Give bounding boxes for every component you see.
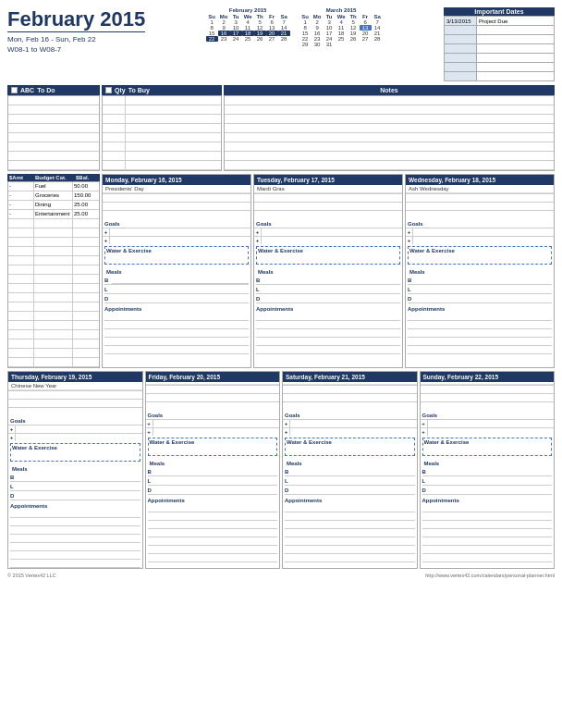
budget-row — [8, 293, 99, 302]
notes-row — [225, 96, 554, 105]
week-range: Mon, Feb 16 - Sun, Feb 22 — [7, 35, 145, 43]
budget-row — [8, 265, 99, 275]
budget-row — [8, 321, 99, 330]
list-item — [445, 35, 555, 44]
tuesday-header: Tuesday, February 17, 2015 — [254, 175, 402, 185]
budget-row — [8, 256, 99, 265]
imp-event: Project Due — [477, 17, 555, 26]
tobuy-row — [103, 96, 221, 105]
footer-url: http://www.vertex42.com/calendars/person… — [425, 573, 555, 578]
budget-row — [8, 275, 99, 284]
budget-row — [8, 238, 99, 247]
todo-label: ABC — [20, 87, 34, 93]
budget-row — [8, 247, 99, 256]
day-wednesday: Wednesday, February 18, 2015 Ash Wednesd… — [405, 174, 555, 368]
budget-col-bal-header: $Bal. — [74, 174, 100, 181]
wednesday-holiday: Ash Wednesday — [406, 185, 554, 193]
tobuy-row — [103, 133, 221, 142]
tobuy-row — [103, 161, 221, 170]
notes-lines — [224, 95, 555, 171]
tobuy-title: To Buy — [128, 87, 150, 93]
todo-row — [8, 161, 99, 170]
sunday-header: Sunday, February 22, 2015 — [421, 372, 555, 382]
important-dates-header: Important Dates — [444, 7, 555, 16]
monday-goals-label: Goals — [103, 220, 250, 228]
budget-row — [8, 339, 99, 349]
middle-section: ABC To Do Qty To Buy — [7, 85, 555, 171]
tobuy-header: Qty To Buy — [102, 85, 222, 95]
budget-row — [8, 219, 99, 228]
wednesday-header: Wednesday, February 18, 2015 — [406, 175, 554, 185]
todo-checkbox-icon — [11, 87, 18, 93]
notes-row — [225, 133, 554, 142]
thursday-header: Thursday, February 19, 2015 — [8, 372, 142, 382]
notes-row — [225, 105, 554, 115]
day-sunday: Sunday, February 22, 2015 Goals + + Wate… — [420, 371, 556, 569]
budget-col-cat-header: Budget Cat. — [33, 174, 74, 181]
tobuy-lines — [102, 95, 222, 171]
notes-row — [225, 124, 554, 133]
thursday-holiday: Chinese New Year — [8, 382, 142, 390]
saturday-header: Saturday, February 21, 2015 — [283, 372, 417, 382]
monday-line — [103, 193, 250, 202]
mar-mini-calendar: March 2015 SuMoTuWeThFrSa 1234567 891011… — [299, 7, 384, 47]
list-item — [445, 63, 555, 72]
todo-row — [8, 96, 99, 105]
budget-header: $Amt Budget Cat. $Bal. — [7, 174, 100, 181]
todo-header: ABC To Do — [7, 85, 100, 95]
notes-row — [225, 152, 554, 161]
monday-meals: Meals B L D — [103, 266, 250, 303]
day-friday: Friday, February 20, 2015 Goals + + Wate… — [145, 371, 281, 569]
budget-row: - Entertainment 25.00 — [8, 210, 99, 219]
list-item — [445, 26, 555, 35]
left-header: February 2015 Mon, Feb 16 - Sun, Feb 22 … — [7, 7, 145, 54]
monday-goals-row: + — [103, 236, 250, 244]
budget-table: - Fuel 50.00 - Groceries 150.00 - Dining… — [7, 181, 100, 368]
day-monday: Monday, February 16, 2015 Presidents' Da… — [102, 174, 251, 368]
tobuy-item — [126, 96, 221, 105]
budget-row — [8, 330, 99, 339]
feb-mini-calendar: February 2015 SuMoTuWeThFrSa 1234567 891… — [206, 7, 290, 47]
monday-line — [103, 210, 250, 218]
budget-row — [8, 312, 99, 321]
tobuy-row — [103, 142, 221, 152]
list-item — [445, 54, 555, 63]
footer: © 2015 Vertex42 LLC http://www.vertex42.… — [7, 573, 555, 578]
budget-col-amt-header: $Amt — [7, 174, 33, 181]
tobuy-row — [103, 124, 221, 133]
monday-appts-label: Appointments — [103, 305, 250, 313]
todo-lines — [7, 95, 100, 171]
tobuy-row — [103, 105, 221, 115]
tobuy-row — [103, 115, 221, 124]
page-title: February 2015 — [7, 7, 145, 31]
tobuy-section: Qty To Buy — [102, 85, 222, 171]
budget-row — [8, 302, 99, 312]
budget-row — [8, 284, 99, 293]
tobuy-qty-label: Qty — [115, 87, 126, 93]
budget-row — [8, 349, 99, 358]
list-item: 3/13/2015 Project Due — [445, 17, 555, 26]
day-tuesday: Tuesday, February 17, 2015 Mardi Gras Go… — [253, 174, 403, 368]
day-thursday: Thursday, February 19, 2015 Chinese New … — [7, 371, 143, 569]
day-saturday: Saturday, February 21, 2015 Goals + + Wa… — [282, 371, 418, 569]
todo-section: ABC To Do — [7, 85, 100, 171]
monday-goals-row: + — [103, 228, 250, 236]
notes-section: Notes — [224, 85, 555, 171]
todo-row — [8, 142, 99, 152]
notes-header: Notes — [224, 85, 555, 95]
tobuy-qty — [103, 96, 126, 105]
footer-copyright: © 2015 Vertex42 LLC — [7, 573, 56, 578]
budget-row: - Groceries 150.00 — [8, 191, 99, 201]
todo-row — [8, 124, 99, 133]
budget-row: - Dining 25.00 — [8, 201, 99, 210]
todo-row — [8, 115, 99, 124]
top-header-row: February 2015 Mon, Feb 16 - Sun, Feb 22 … — [7, 7, 555, 81]
list-item — [445, 72, 555, 81]
budget-row — [8, 358, 99, 367]
page: February 2015 Mon, Feb 16 - Sun, Feb 22 … — [0, 0, 562, 728]
monday-header: Monday, February 16, 2015 — [103, 175, 250, 185]
tuesday-holiday: Mardi Gras — [254, 185, 402, 193]
todo-row — [8, 133, 99, 142]
imp-date: 3/13/2015 — [445, 17, 477, 26]
monday-appts — [103, 313, 250, 354]
